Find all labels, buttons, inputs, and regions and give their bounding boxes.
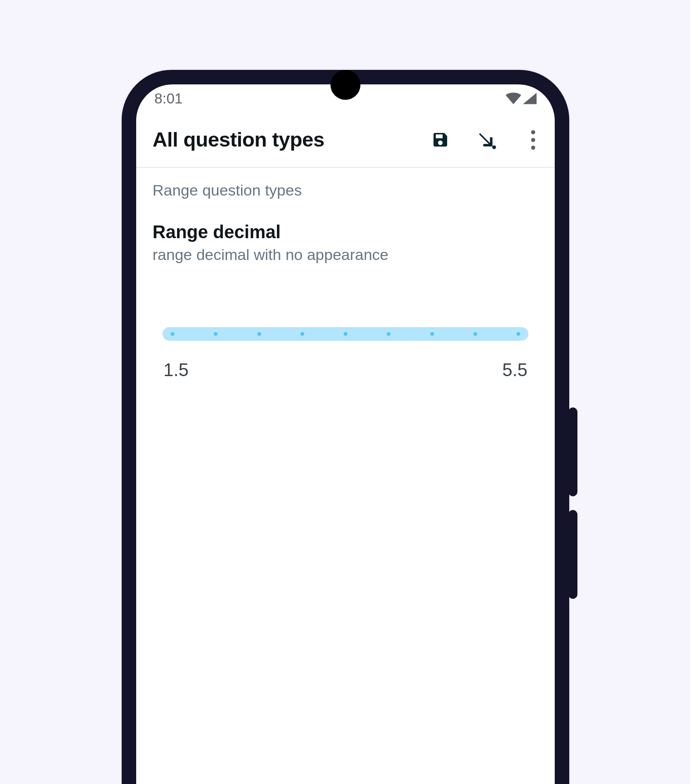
- range-slider[interactable]: [163, 327, 528, 341]
- status-icons: [506, 93, 537, 104]
- overflow-menu-button[interactable]: [523, 130, 543, 150]
- status-time: 8:01: [154, 90, 182, 107]
- page-title: All question types: [153, 128, 430, 152]
- slider-min-label: 1.5: [163, 360, 189, 380]
- slider-tick: [430, 332, 434, 336]
- arrow-down-right-icon: [477, 130, 497, 150]
- slider-tick: [387, 332, 390, 336]
- slider-max-label: 5.5: [502, 360, 527, 380]
- save-icon: [431, 131, 449, 149]
- section-label: Range question types: [153, 181, 538, 199]
- screen: 8:01 All question types: [136, 84, 555, 784]
- content-area: Range question types Range decimal range…: [136, 168, 555, 394]
- slider-tick: [344, 332, 347, 336]
- slider-tick: [517, 332, 520, 336]
- svg-point-0: [492, 145, 496, 149]
- app-bar: All question types: [136, 113, 555, 168]
- status-bar: 8:01: [136, 84, 555, 113]
- wifi-icon: [506, 93, 521, 104]
- volume-down-button[interactable]: [568, 510, 577, 599]
- save-button[interactable]: [430, 130, 450, 150]
- jump-button[interactable]: [477, 130, 497, 150]
- more-vert-icon: [531, 130, 535, 134]
- question-title: Range decimal: [153, 222, 538, 242]
- device-frame: 8:01 All question types: [122, 70, 569, 784]
- cellular-signal-icon: [523, 93, 537, 104]
- volume-up-button[interactable]: [568, 407, 577, 496]
- slider-tick: [257, 332, 261, 336]
- question-hint: range decimal with no appearance: [153, 246, 538, 264]
- slider-tick: [473, 332, 477, 336]
- slider-tick: [214, 332, 217, 336]
- slider-tick: [301, 332, 304, 336]
- slider-tick: [171, 332, 174, 336]
